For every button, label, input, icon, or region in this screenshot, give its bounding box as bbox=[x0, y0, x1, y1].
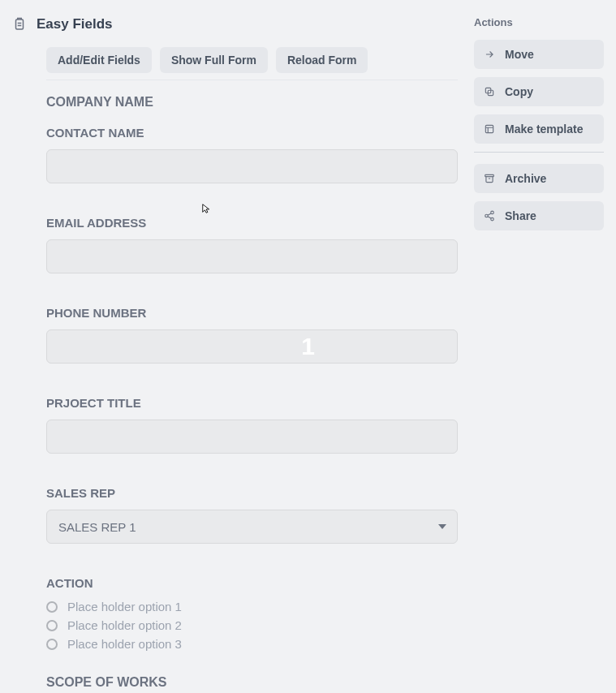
svg-rect-4 bbox=[485, 174, 494, 176]
clipboard-icon bbox=[12, 17, 27, 32]
reload-form-button[interactable]: Reload Form bbox=[276, 47, 368, 73]
action-label: ACTION bbox=[46, 576, 458, 590]
action-option-label: Place holder option 2 bbox=[67, 618, 182, 632]
radio-icon bbox=[46, 620, 58, 631]
phone-number-input[interactable] bbox=[46, 329, 458, 364]
action-option-3[interactable]: Place holder option 3 bbox=[46, 637, 458, 651]
radio-icon bbox=[46, 639, 58, 650]
project-title-label: PRJOECT TITLE bbox=[46, 396, 458, 410]
share-label: Share bbox=[505, 209, 536, 222]
svg-point-6 bbox=[485, 214, 489, 217]
copy-button[interactable]: Copy bbox=[474, 77, 604, 106]
phone-number-label: PHONE NUMBER bbox=[46, 306, 458, 320]
radio-icon bbox=[46, 601, 58, 613]
make-template-button[interactable]: Make template bbox=[474, 114, 604, 144]
svg-point-7 bbox=[491, 217, 494, 221]
actions-sidebar: Actions Move Copy Make template Archive … bbox=[458, 16, 604, 690]
project-title-input[interactable] bbox=[46, 420, 458, 454]
action-option-2[interactable]: Place holder option 2 bbox=[46, 618, 458, 632]
move-button[interactable]: Move bbox=[474, 40, 604, 69]
action-option-label: Place holder option 1 bbox=[67, 600, 182, 613]
svg-rect-3 bbox=[485, 125, 493, 132]
share-icon bbox=[484, 210, 495, 222]
share-button[interactable]: Share bbox=[474, 201, 604, 230]
add-edit-fields-button[interactable]: Add/Edit Fields bbox=[46, 47, 152, 73]
copy-icon bbox=[484, 86, 495, 97]
archive-label: Archive bbox=[505, 172, 546, 185]
sales-rep-select[interactable]: SALES REP 1 bbox=[46, 510, 458, 544]
action-radio-group: Place holder option 1 Place holder optio… bbox=[46, 600, 458, 651]
contact-name-label: CONTACT NAME bbox=[46, 126, 458, 140]
svg-point-5 bbox=[491, 211, 494, 214]
archive-button[interactable]: Archive bbox=[474, 164, 604, 193]
show-full-form-button[interactable]: Show Full Form bbox=[160, 47, 268, 73]
template-icon bbox=[484, 123, 495, 135]
archive-icon bbox=[484, 173, 495, 184]
email-address-input[interactable] bbox=[46, 239, 458, 273]
move-label: Move bbox=[505, 48, 534, 61]
copy-label: Copy bbox=[505, 85, 533, 98]
action-option-label: Place holder option 3 bbox=[67, 637, 182, 651]
actions-divider bbox=[474, 152, 604, 153]
arrow-right-icon bbox=[484, 49, 495, 60]
page-title: Easy Fields bbox=[37, 16, 113, 32]
scope-of-works-header: SCOPE OF WORKS bbox=[12, 675, 458, 690]
toolbar-divider bbox=[46, 80, 458, 80]
email-address-label: EMAIL ADDRESS bbox=[46, 216, 458, 230]
sales-rep-label: SALES REP bbox=[46, 486, 458, 500]
form-toolbar: Add/Edit Fields Show Full Form Reload Fo… bbox=[12, 47, 458, 73]
page-header: Easy Fields bbox=[12, 16, 458, 32]
action-option-1[interactable]: Place holder option 1 bbox=[46, 600, 458, 613]
make-template-label: Make template bbox=[505, 123, 583, 136]
svg-rect-0 bbox=[16, 19, 24, 29]
company-name-header: COMPANY NAME bbox=[12, 95, 458, 110]
contact-name-input[interactable] bbox=[46, 149, 458, 183]
actions-title: Actions bbox=[474, 16, 604, 28]
